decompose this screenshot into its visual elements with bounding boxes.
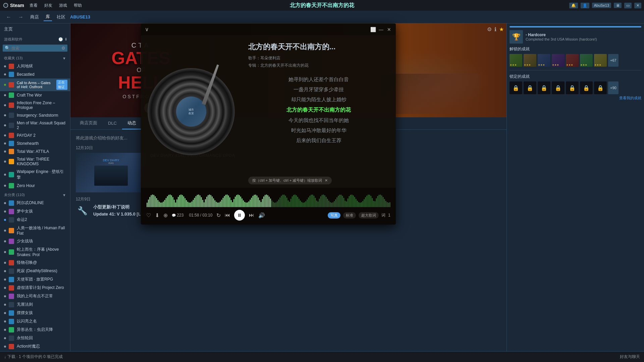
sidebar-item-hff[interactable]: 人类一败涂地 / Human Fall Flat xyxy=(0,224,70,237)
heart-btn[interactable]: ♡ xyxy=(146,212,151,219)
maximize-btn[interactable]: ⬜ xyxy=(370,27,376,32)
svg-rect-70 xyxy=(240,196,241,207)
close-btn[interactable]: ✕ xyxy=(634,3,641,8)
sidebar-item-death[interactable]: 死寂 (DeathlyStillness) xyxy=(0,267,70,275)
svg-rect-46 xyxy=(208,195,209,207)
svg-rect-110 xyxy=(294,194,296,207)
sidebar-item-nzz[interactable]: 少女战场 xyxy=(0,237,70,245)
menu-view[interactable]: 查看 xyxy=(28,2,39,9)
star-icon[interactable]: ★ xyxy=(499,26,504,33)
menu-friends[interactable]: 好友 xyxy=(43,2,54,9)
nav-community[interactable]: 社区 xyxy=(55,13,67,21)
sidebar-item-craft[interactable]: Craft The Wor xyxy=(0,91,70,99)
sidebar-item-boss[interactable]: 我的上司有点不正常 xyxy=(0,292,70,300)
time-total: 03:10 xyxy=(202,213,212,218)
sidebar-item-aoe3[interactable]: Age of Empires III: Definitive Edition xyxy=(0,351,70,351)
view-achievements-link[interactable]: 查看我的成就 xyxy=(509,96,641,101)
play-pause-btn[interactable]: ⏸ xyxy=(234,210,245,221)
sidebar-item-bbnz[interactable]: 摆摆女孩 xyxy=(0,309,70,317)
collapse-uncategorized-icon[interactable]: ▼ xyxy=(62,193,66,197)
prev-btn[interactable]: ⏮ xyxy=(225,212,230,218)
filter-icon[interactable]: ⚙ xyxy=(61,46,65,51)
settings-icon[interactable]: ⚙ xyxy=(487,26,492,33)
ach-icon-1: ★★★ xyxy=(509,54,522,67)
sidebar-item-rjdy[interactable]: 人间地狱 xyxy=(0,62,70,70)
menu-games[interactable]: 游戏 xyxy=(58,2,68,9)
lyric-sync-toggle[interactable]: 写真 xyxy=(328,212,340,219)
friends-chat-btn[interactable]: 好友与聊天 xyxy=(620,354,640,360)
sidebar-item-destiny[interactable]: 命运2 xyxy=(0,216,70,224)
sidebar-item-yxcz[interactable]: 异形丛生：虫启天降 xyxy=(0,325,70,334)
game-name: Call to Arms – Gates of Hell: Ostfront xyxy=(17,81,52,89)
sidebar-item-tw-attila[interactable]: Total War: ATTILA xyxy=(0,147,70,156)
sidebar-item-ifz[interactable]: Infection Free Zone – Prologue xyxy=(0,99,70,111)
search-bar: 🔍 ⚙ xyxy=(3,45,67,52)
shortcut-close-btn[interactable]: ✕ xyxy=(325,178,328,183)
friends-btn[interactable]: 👤 xyxy=(581,3,589,8)
info-icon[interactable]: ℹ xyxy=(494,26,496,33)
forward-btn[interactable]: → xyxy=(16,13,25,21)
sidebar-item-snake[interactable]: 蛇上而生：序幕 (Above Snakes: Prol xyxy=(0,245,70,258)
svg-rect-176 xyxy=(384,199,385,207)
ach-icon-5: ★★★ xyxy=(566,54,579,67)
sidebar-item-project-zero[interactable]: 虚假清零计划 Project Zero xyxy=(0,284,70,292)
sidebar-item-stonehearth[interactable]: Stonehearth xyxy=(0,139,70,147)
tab-dlc[interactable]: DLC xyxy=(103,118,122,129)
news-thumbnail-1[interactable]: DEV DIARY #141 xyxy=(76,153,146,192)
sidebar-item-tw-3k[interactable]: Total War: THREE KINGDOMS xyxy=(0,156,70,168)
sidebar-item-cta[interactable]: Call to Arms – Gates of Hell: Ostfront 正… xyxy=(0,78,70,91)
nav-library[interactable]: 库 xyxy=(44,13,52,21)
repeat-btn[interactable]: ↻ xyxy=(216,212,221,219)
sidebar-item-mznz[interactable]: 梦中女孩 xyxy=(0,207,70,216)
next-btn[interactable]: ⏭ xyxy=(249,212,254,218)
sidebar-item-payday[interactable]: PAYDAY 2 xyxy=(0,131,70,139)
svg-rect-178 xyxy=(387,202,388,207)
svg-rect-39 xyxy=(198,194,199,207)
sidebar-item-insurgency[interactable]: Insurgency: Sandstorm xyxy=(0,111,70,119)
collapse-chevron[interactable]: ∨ xyxy=(145,26,149,33)
svg-rect-164 xyxy=(368,195,369,207)
sidebar-item-becastled[interactable]: Becastled xyxy=(0,70,70,78)
svg-rect-21 xyxy=(174,200,175,207)
sidebar-item-zerohour[interactable]: Zero Hour xyxy=(0,182,70,190)
sidebar-item-monster[interactable]: 怪物召唤@ xyxy=(0,258,70,267)
sidebar-item-wallpaper[interactable]: Wallpaper Engine · 壁纸引擎 xyxy=(0,168,70,182)
close-player-btn[interactable]: ✕ xyxy=(386,27,392,32)
sidebar-item-arzte[interactable]: 阿尔忒ONLINE xyxy=(0,199,70,207)
user-avatar-btn[interactable]: AbuSe13 xyxy=(592,3,611,8)
svg-rect-32 xyxy=(189,202,190,207)
sidebar-item-angel[interactable]: 天使军团 · 放置RPG xyxy=(0,275,70,284)
svg-rect-31 xyxy=(187,202,188,207)
sidebar-item-flash[interactable]: 以闪亮之名 xyxy=(0,317,70,325)
notifications-btn[interactable]: 🔔 xyxy=(569,3,578,8)
more-btn[interactable]: ⊕ xyxy=(163,212,168,219)
history-icon[interactable]: 🕐 xyxy=(58,37,63,42)
download-btn[interactable]: ⬇ xyxy=(155,212,159,219)
svg-rect-117 xyxy=(304,202,305,207)
close-lyric-toggle[interactable]: 超大歌词 xyxy=(359,212,379,219)
restore-btn[interactable]: ▭ xyxy=(624,3,632,8)
lyric-line-5: 时光如马冲散最好的年华 xyxy=(248,125,389,135)
sidebar-home[interactable]: 主页 xyxy=(0,23,70,35)
minimize-btn[interactable]: 🖥 xyxy=(614,3,622,8)
sidebar-item-eternal[interactable]: 永恒轮回 xyxy=(0,334,70,342)
minimize-player-btn[interactable]: — xyxy=(378,27,384,32)
nav-username[interactable]: ABUSE13 xyxy=(70,14,90,19)
back-btn[interactable]: ← xyxy=(4,13,13,21)
tab-store[interactable]: 商店页面 xyxy=(74,117,103,129)
menu-help[interactable]: 帮助 xyxy=(72,2,83,9)
tab-news[interactable]: 动态 xyxy=(122,117,142,129)
sidebar-item-mow[interactable]: Men of War: Assault Squad 2 xyxy=(0,119,70,131)
svg-rect-10 xyxy=(159,202,160,207)
standard-toggle[interactable]: 标准 xyxy=(343,212,356,219)
sidebar-item-wlbz[interactable]: 无厘法则 xyxy=(0,300,70,309)
collapse-icon[interactable]: ▼ xyxy=(62,56,66,60)
sidebar-item-action[interactable]: Action对魔忍 xyxy=(0,342,70,351)
volume-btn[interactable]: 🔊 xyxy=(258,212,265,219)
comment-count: 💬 223 xyxy=(172,213,183,218)
waveform-container[interactable] xyxy=(146,190,390,207)
nav-store[interactable]: 商店 xyxy=(28,13,41,21)
shortcut-hint: 按（ctrl + 加号键、ctrl + 减号键）缩放歌词 ✕ xyxy=(248,177,332,184)
search-input[interactable] xyxy=(11,46,61,51)
download-queue-icon[interactable]: ⬇ xyxy=(64,37,67,42)
